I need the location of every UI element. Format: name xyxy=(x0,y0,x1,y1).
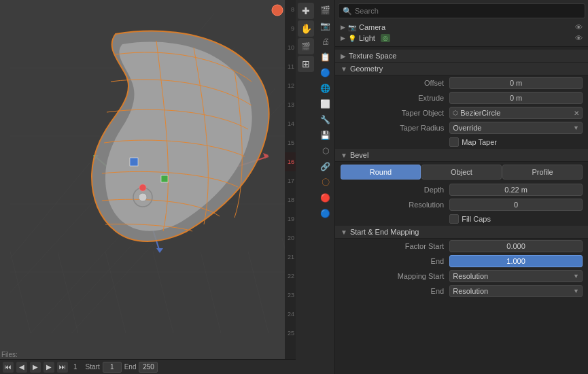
object-icon[interactable]: ⬜ xyxy=(318,97,333,112)
taper-object-clear[interactable]: ✕ xyxy=(574,109,579,117)
light-eye-icon[interactable]: 👁 xyxy=(575,34,583,42)
start-frame-input[interactable] xyxy=(103,362,122,373)
particles-icon[interactable]: 💾 xyxy=(318,128,333,143)
taper-radius-value[interactable]: Override ▼ xyxy=(449,122,583,134)
ruler-num: 9 xyxy=(285,19,296,38)
taper-object-icon: ⬡ xyxy=(453,109,458,116)
ruler-num: 23 xyxy=(285,286,296,305)
end2-value[interactable]: Resolution ▼ xyxy=(449,285,583,297)
shader-icon[interactable]: 🔵 xyxy=(318,206,333,221)
bevel-tab-profile[interactable]: Profile xyxy=(502,165,583,180)
data-icon[interactable]: 〇 xyxy=(318,175,333,190)
light-tree-item[interactable]: ▶ 💡 Light ◎ 👁 xyxy=(335,33,588,44)
factor-start-input[interactable] xyxy=(449,240,583,252)
bevel-arrow: ▼ xyxy=(341,152,347,159)
taper-object-text: BezierCircle xyxy=(460,109,572,117)
end-label: End xyxy=(124,363,137,371)
depth-value[interactable] xyxy=(449,184,583,196)
light-label: Light xyxy=(359,34,375,42)
resolution-row: Resolution xyxy=(335,197,588,212)
camera-icon: 📷 xyxy=(348,24,356,31)
add-button[interactable]: ✚ xyxy=(298,3,314,19)
camera-button[interactable]: 🎬 xyxy=(298,38,314,54)
ruler-num: 24 xyxy=(285,305,296,324)
end2-dropdown[interactable]: Resolution ▼ xyxy=(449,285,583,297)
texture-space-header[interactable]: ▶ Texture Space xyxy=(335,50,588,63)
light-icon: 💡 xyxy=(348,35,356,42)
render-icon[interactable]: 📷 xyxy=(318,18,333,33)
depth-label: Depth xyxy=(341,186,449,194)
mapping-start-row: Mapping Start Resolution ▼ xyxy=(335,269,588,284)
factor-start-value[interactable] xyxy=(449,240,583,252)
bevel-tab-round[interactable]: Round xyxy=(341,165,421,180)
ruler-num: 14 xyxy=(285,114,296,133)
jump-end-button[interactable]: ⏭ xyxy=(57,362,68,373)
offset-value[interactable] xyxy=(449,77,583,89)
extrude-input[interactable] xyxy=(449,92,583,104)
offset-input[interactable] xyxy=(449,77,583,89)
scene-icon[interactable]: 🎬 xyxy=(318,3,333,18)
factor-start-row: Factor Start xyxy=(335,239,588,254)
extrude-value[interactable] xyxy=(449,92,583,104)
search-input[interactable] xyxy=(355,7,581,15)
start-end-mapping-header[interactable]: ▼ Start & End Mapping xyxy=(335,226,588,239)
taper-radius-row: Taper Radius Override ▼ xyxy=(335,120,588,135)
camera-eye-icon[interactable]: 👁 xyxy=(575,23,583,31)
grab-button[interactable]: ✋ xyxy=(298,20,314,37)
end-input[interactable] xyxy=(449,255,583,267)
scene-search-bar: 🔍 xyxy=(338,3,585,18)
factor-start-label: Factor Start xyxy=(341,242,449,250)
output-icon[interactable]: 🖨 xyxy=(318,34,333,49)
ruler-num: 22 xyxy=(285,267,296,286)
physics-icon[interactable]: ⬡ xyxy=(318,143,333,158)
taper-radius-dropdown[interactable]: Override ▼ xyxy=(449,122,583,134)
resolution-value[interactable] xyxy=(449,199,583,211)
resolution-input[interactable] xyxy=(449,199,583,211)
camera-tree-item[interactable]: ▶ 📷 Camera 👁 xyxy=(335,22,588,33)
offset-label: Offset xyxy=(341,79,449,87)
tree-arrow-light: ▶ xyxy=(341,35,345,41)
depth-row: Depth xyxy=(335,182,588,197)
taper-object-input[interactable]: ⬡ BezierCircle ✕ xyxy=(449,107,583,119)
svg-rect-27 xyxy=(130,158,138,166)
mapping-start-dropdown[interactable]: Resolution ▼ xyxy=(449,270,583,282)
mapping-start-arrow: ▼ xyxy=(573,273,579,279)
fill-caps-row: Fill Caps xyxy=(335,212,588,226)
end2-row: End Resolution ▼ xyxy=(335,284,588,299)
mapping-start-selected: Resolution xyxy=(453,272,488,280)
dropdown-arrow: ▼ xyxy=(573,124,579,131)
playback-bar: ⏮ ◀ ▶ ▶ ⏭ 1 Start End xyxy=(0,359,316,374)
end-value[interactable] xyxy=(449,255,583,267)
extrude-label: Extrude xyxy=(341,94,449,102)
constraints-icon[interactable]: 🔗 xyxy=(318,159,333,174)
bevel-tab-object[interactable]: Object xyxy=(421,165,502,180)
geometry-label: Geometry xyxy=(350,65,383,73)
right-panel: 🎬 📷 🖨 📋 🔵 🌐 ⬜ 🔧 💾 ⬡ 🔗 〇 🔴 🔵 🔍 xyxy=(316,0,588,374)
jump-start-button[interactable]: ⏮ xyxy=(3,362,14,373)
map-taper-checkbox[interactable] xyxy=(449,137,459,147)
bevel-section-header[interactable]: ▼ Bevel xyxy=(335,149,588,162)
fill-caps-checkbox[interactable] xyxy=(449,214,459,224)
end-frame-input[interactable] xyxy=(139,362,158,373)
taper-object-value: ⬡ BezierCircle ✕ xyxy=(449,107,583,119)
depth-input[interactable] xyxy=(449,184,583,196)
ruler-num: 8 xyxy=(285,0,296,19)
view-layer-icon[interactable]: 📋 xyxy=(318,50,333,65)
grid-button[interactable]: ⊞ xyxy=(298,56,314,72)
scene-props-icon[interactable]: 🔵 xyxy=(318,65,333,80)
ruler-num: 13 xyxy=(285,95,296,114)
prev-frame-button[interactable]: ◀ xyxy=(16,362,27,373)
end2-arrow: ▼ xyxy=(573,288,579,294)
material-icon[interactable]: 🔴 xyxy=(318,190,333,205)
ruler-num: 20 xyxy=(285,228,296,248)
geometry-section-header[interactable]: ▼ Geometry xyxy=(335,63,588,75)
start-end-arrow: ▼ xyxy=(341,228,347,236)
modifier-icon[interactable]: 🔧 xyxy=(318,112,333,127)
world-icon[interactable]: 🌐 xyxy=(318,81,333,96)
viewport-svg xyxy=(0,0,316,374)
svg-point-31 xyxy=(139,184,146,191)
scene-header: 🔍 ▶ 📷 Camera 👁 ▶ 💡 Light ◎ xyxy=(335,0,588,47)
play-button[interactable]: ▶ xyxy=(30,362,41,373)
mapping-start-value[interactable]: Resolution ▼ xyxy=(449,270,583,282)
next-frame-button[interactable]: ▶ xyxy=(44,362,54,373)
